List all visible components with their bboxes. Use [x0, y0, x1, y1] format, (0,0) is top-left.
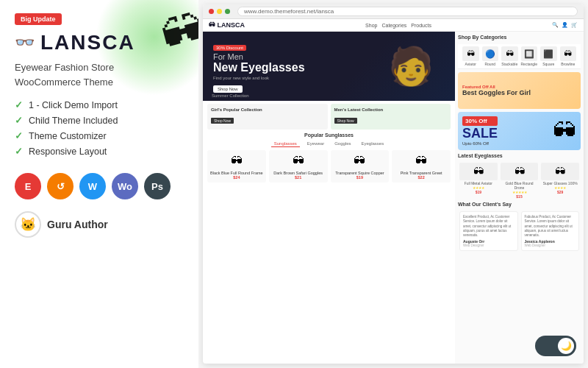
check-icon: ✓ — [15, 146, 23, 157]
sale-glasses-icon: 🕶 — [553, 118, 576, 145]
cat-name-4: Rectangle — [521, 62, 538, 66]
check-icon: ✓ — [15, 115, 23, 126]
feature-item: ✓Responsive Layout — [15, 146, 184, 157]
coll-title-1: Girl's Popular Collection — [211, 107, 324, 112]
latest-img-2: 🕶 — [501, 163, 539, 180]
product-card-4: 🕶 Pink Transparent Greet $22 — [392, 150, 451, 183]
testimonials-row: Excellent Product, Ac Customer Service. … — [458, 211, 581, 251]
features-list: ✓1 - Click Demo Import✓Child Theme Inclu… — [15, 99, 184, 161]
feature-item: ✓Theme Customizer — [15, 130, 184, 141]
sale-banner-1-title: Best Goggles For Girl — [462, 89, 576, 96]
browser-main-layout: 30% Discount For Men New Eyeglasses Find… — [203, 32, 584, 364]
cat-img-5: ⬛ — [540, 46, 557, 61]
latest-item-2: 🕶 Gold Blue Round Drone ★★★★★ $15 — [501, 163, 539, 199]
tab-goggles[interactable]: Goggles — [331, 141, 354, 147]
tab-eyeglasses[interactable]: Eyeglasses — [359, 141, 387, 147]
browser-bar: www.demo.themeforest.net/lansca — [203, 4, 584, 19]
latest-item-3: 🕶 Super Glasses 100% ★★★★ $29 — [541, 163, 579, 199]
product-img-2: 🕶 — [272, 153, 325, 169]
categories-strip: 🕶 Aviator 🔵 Round 🕶 Stackable 🔲 — [458, 44, 581, 69]
right-panel: www.demo.themeforest.net/lansca 🕶 LANSCA… — [198, 0, 588, 368]
products-tabs: Sunglasses Eyewear Goggles Eyeglasses — [207, 141, 451, 147]
browser-url: www.demo.themeforest.net/lansca — [237, 7, 578, 16]
browser-mockup: www.demo.themeforest.net/lansca 🕶 LANSCA… — [203, 4, 584, 364]
product-price-1: $24 — [210, 175, 263, 180]
sale-sub: Upto 60% Off — [462, 141, 498, 146]
logo-text: LANSCA — [40, 31, 135, 54]
collection-banner-girls: Girl's Popular Collection Shop Now — [207, 104, 328, 130]
cat-name-3: Stackable — [501, 62, 518, 66]
browser-dot-red — [209, 9, 214, 14]
browser-left-col: 30% Discount For Men New Eyeglasses Find… — [203, 32, 455, 364]
coll-title-2: Men's Latest Collection — [334, 107, 448, 112]
nav-shop[interactable]: Shop — [365, 23, 377, 28]
testi-role-1: Web Designer — [463, 244, 514, 247]
tab-eyewear[interactable]: Eyewear — [304, 141, 327, 147]
shop-nav: Shop Categories Products — [365, 23, 431, 28]
popular-section: Popular Sunglasses Sunglasses Eyewear Go… — [203, 132, 455, 185]
cat-img-6: 🕶 — [560, 46, 577, 61]
hero-section: 30% Discount For Men New Eyeglasses Find… — [203, 32, 455, 101]
guru-icon: 🐱 — [20, 216, 36, 233]
tagline: Eyewear Fashion Store WooCommerce Theme — [15, 60, 184, 89]
cat-name-1: Aviator — [462, 62, 479, 66]
feature-item: ✓Child Theme Included — [15, 115, 184, 126]
nav-products[interactable]: Products — [411, 23, 431, 28]
nav-categories[interactable]: Categories — [381, 23, 406, 28]
shop-logo: 🕶 LANSCA — [209, 21, 245, 29]
feature-item: ✓1 - Click Demo Import — [15, 99, 184, 110]
tab-sunglasses[interactable]: Sunglasses — [271, 141, 300, 147]
browser-content: 🕶 LANSCA Shop Categories Products 🔍 👤 🛒 — [203, 19, 584, 364]
testimonial-2: Fabulous Product, Ac Customer Service. L… — [521, 211, 580, 251]
tech-icon-wordpress: W — [79, 173, 106, 199]
cart-icon: 🛒 — [571, 22, 578, 28]
hero-image: 🧑 — [381, 32, 440, 101]
latest-glasses-row: 🕶 Full Metal Aviator ★★★★ $19 🕶 Gold Blu… — [458, 163, 581, 199]
testi-role-2: Web Designer — [525, 244, 576, 247]
product-price-2: $21 — [272, 175, 325, 180]
cat-item-5: ⬛ Square — [540, 46, 557, 66]
latest-item-1: 🕶 Full Metal Aviator ★★★★ $19 — [459, 163, 498, 199]
shop-icons: 🔍 👤 🛒 — [552, 22, 578, 28]
tagline-line1: Eyewear Fashion Store — [15, 60, 184, 75]
product-name-2: Dark Brown Safari Goggles — [272, 171, 325, 175]
check-icon: ✓ — [15, 130, 23, 141]
sale-title: SALE — [462, 126, 498, 141]
product-card-2: 🕶 Dark Brown Safari Goggles $21 — [269, 150, 328, 183]
sale-percent: 30% Off — [462, 116, 498, 126]
product-name-1: Black Blue Full Round Frame — [210, 171, 263, 175]
guru-label: Guru Author — [47, 219, 108, 230]
check-icon: ✓ — [15, 99, 23, 110]
cat-name-2: Round — [482, 62, 499, 66]
logo-row: 👓 LANSCA — [15, 31, 184, 54]
testimonial-1: Excellent Product, Ac Customer Service. … — [459, 211, 518, 251]
tech-icon-update: ↺ — [47, 173, 74, 199]
hero-cta-button[interactable]: Shop Now — [213, 85, 243, 93]
tech-icon-ps: Ps — [144, 173, 171, 199]
browser-dot-green — [225, 9, 230, 14]
tech-icon-elementor: E — [15, 173, 41, 199]
product-name-4: Pink Transparent Greet — [395, 171, 448, 175]
product-price-3: $19 — [334, 175, 387, 180]
tagline-line2: WooCommerce Theme — [15, 75, 184, 90]
product-img-1: 🕶 — [210, 153, 263, 169]
cat-name-6: Browline — [560, 62, 577, 66]
browser-right-col: Shop By Categories 🕶 Aviator 🔵 Round 🕶 — [455, 32, 584, 364]
moon-icon: 🌙 — [561, 341, 572, 351]
sale-banner-girls: Featured Off All Best Goggles For Girl — [458, 72, 581, 109]
logo-glasses-icon: 👓 — [15, 33, 35, 52]
product-img-3: 🕶 — [334, 153, 387, 169]
latest-name-2: Gold Blue Round Drone — [501, 181, 539, 190]
tech-icons-row: E ↺ W Wo Ps — [15, 173, 184, 199]
left-panel: 🕶 Big Update 👓 LANSCA Eyewear Fashion St… — [0, 0, 198, 368]
cat-item-4: 🔲 Rectangle — [521, 46, 538, 66]
browser-dot-yellow — [217, 9, 222, 14]
hero-collection-label: Summer Collection — [212, 93, 249, 98]
cat-item-2: 🔵 Round — [482, 46, 499, 66]
guru-row: 🐱 Guru Author — [15, 211, 184, 238]
popular-title: Popular Sunglasses — [207, 132, 451, 138]
coll-btn-2[interactable]: Shop Now — [334, 118, 357, 124]
cat-img-4: 🔲 — [521, 46, 538, 61]
dark-mode-toggle[interactable]: 🌙 — [535, 336, 576, 356]
coll-btn-1[interactable]: Shop Now — [211, 118, 234, 124]
